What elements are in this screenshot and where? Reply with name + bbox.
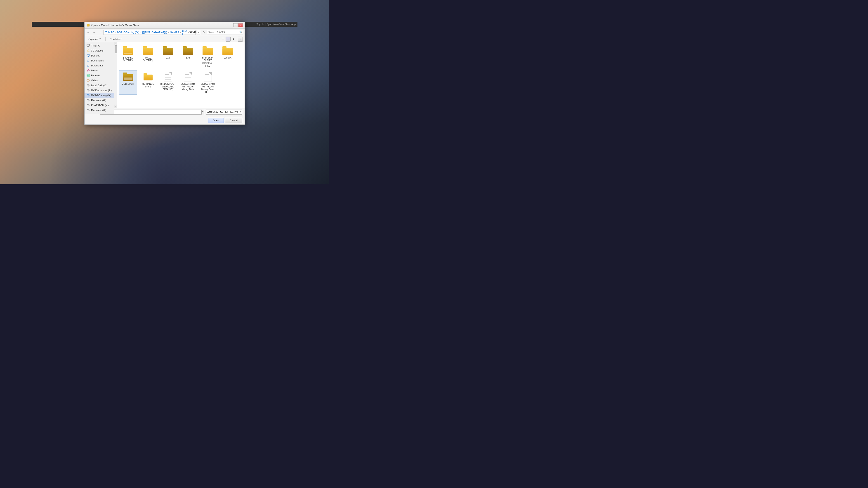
drive-h2-icon bbox=[86, 108, 90, 112]
sidebar-item-mvpxdgaming[interactable]: MVPxDGaming (G:) bbox=[85, 93, 114, 98]
view-list-button[interactable]: ☰ bbox=[220, 37, 225, 41]
svg-rect-6 bbox=[87, 55, 90, 56]
sidebar-label-videos: Videos bbox=[91, 79, 98, 82]
file-item-bird-skip[interactable]: BIRD SKIP - OUTFIT ORIGINAL FILE bbox=[199, 44, 217, 68]
pictures-icon bbox=[86, 74, 90, 77]
organize-button[interactable]: Organize ▼ bbox=[86, 37, 103, 41]
folder-icon-male-outfits bbox=[143, 45, 153, 56]
back-button[interactable]: ← bbox=[86, 30, 91, 35]
help-button[interactable]: ? bbox=[238, 37, 243, 41]
doc-icon-sgta5-frozen2 bbox=[202, 71, 213, 82]
sidebar-label-music: Music bbox=[91, 69, 98, 72]
sidebar-item-music[interactable]: Music bbox=[85, 68, 114, 73]
doc-icon-birdskips bbox=[162, 71, 174, 82]
file-item-male-outfits[interactable]: [MALE OUTFITS] bbox=[139, 44, 157, 68]
search-input[interactable] bbox=[208, 31, 239, 34]
breadcrumb-item-pc[interactable]: This PC bbox=[105, 31, 115, 34]
sidebar-item-desktop[interactable]: Desktop bbox=[85, 53, 114, 58]
sidebar-label-elements-h1: Elements (H:) bbox=[91, 99, 106, 102]
scroll-up-arrow[interactable]: ▲ bbox=[114, 42, 117, 45]
toolbar: Organize ▼ New folder ☰ ☷ ▼ ? bbox=[85, 36, 245, 42]
sidebar-label-pictures: Pictures bbox=[91, 74, 100, 77]
file-name-male-outfits: [MALE OUTFITS] bbox=[140, 57, 156, 62]
file-name-no-hands-save: NO HANDS SAVE bbox=[140, 83, 156, 88]
file-item-33d[interactable]: 33d bbox=[179, 44, 197, 68]
sidebar-label-elements-h2: Elements (H:) bbox=[91, 109, 106, 111]
drive-c-icon bbox=[86, 84, 90, 87]
svg-point-13 bbox=[89, 70, 90, 71]
file-name-22e: 22e bbox=[166, 57, 170, 59]
sidebar-label-mvpsound: MVPSoundMain (E:) bbox=[91, 89, 112, 92]
action-bar: Open Cancel bbox=[85, 116, 245, 125]
downloads-icon bbox=[86, 64, 90, 67]
file-item-no-hands-save[interactable]: NO HANDS SAVE bbox=[139, 70, 157, 95]
folder-icon-bird-skip bbox=[202, 45, 213, 56]
file-item-sgta5-frozen1[interactable]: SGTA5Peyote FM - Frozen Money Data bbox=[179, 70, 197, 95]
svg-rect-2 bbox=[87, 44, 90, 46]
scroll-down-arrow[interactable]: ▼ bbox=[114, 105, 117, 108]
file-item-birdskips[interactable]: BIRDSKIPSGTA5001(ALL DEFAULT) bbox=[159, 70, 177, 95]
svg-rect-4 bbox=[87, 47, 89, 47]
refresh-button[interactable]: ↻ bbox=[201, 30, 206, 35]
file-item-22e[interactable]: 22e bbox=[159, 44, 177, 68]
sidebar-item-elements-h2[interactable]: Elements (H:) bbox=[85, 108, 114, 113]
sidebar-item-thispc[interactable]: This PC bbox=[85, 43, 114, 48]
sidebar-item-videos[interactable]: Videos bbox=[85, 78, 114, 83]
sidebar-item-localc[interactable]: Local Disk (C:) bbox=[85, 83, 114, 88]
minimize-button[interactable]: ─ bbox=[233, 23, 238, 27]
filename-dropdown-btn[interactable]: ▼ bbox=[202, 109, 204, 115]
search-icon[interactable]: 🔍 bbox=[239, 31, 243, 34]
file-item-sgta5-frozen2[interactable]: SGTA5Peyote FM - Frozen Money Data-TEST bbox=[199, 70, 217, 95]
sidebar: This PC 3D Objects Desktop bbox=[85, 42, 114, 113]
desktop-icon bbox=[86, 54, 90, 57]
filetype-text: Xbox 360 / PC / PS4 (*SGTA*) bbox=[207, 111, 239, 113]
file-grid: [FEMALE OUTFITS] [MALE OUTFITS] bbox=[117, 42, 245, 108]
dialog-icon bbox=[86, 24, 90, 27]
sidebar-item-3dobjects[interactable]: 3D Objects bbox=[85, 48, 114, 53]
close-button[interactable]: ✕ bbox=[238, 23, 243, 27]
view-dropdown-button[interactable]: ▼ bbox=[231, 37, 236, 41]
sidebar-scrollbar: ▲ ▼ bbox=[114, 42, 117, 108]
file-name-birdskips: BIRDSKIPSGTA5001(ALL DEFAULT) bbox=[160, 83, 176, 91]
view-buttons: ☰ ☷ ▼ bbox=[220, 37, 236, 41]
new-folder-button[interactable]: New folder bbox=[108, 37, 124, 41]
sidebar-item-elements-h1[interactable]: Elements (H:) bbox=[85, 98, 114, 103]
sidebar-label-mvpxdgaming: MVPxDGaming (G:) bbox=[91, 94, 111, 97]
sidebar-item-mvpsound[interactable]: MVPSoundMain (E:) bbox=[85, 88, 114, 93]
view-large-icons-button[interactable]: ☷ bbox=[225, 37, 230, 41]
sidebar-item-kingston[interactable]: KINGSTON (K:) bbox=[85, 103, 114, 108]
scroll-thumb[interactable] bbox=[115, 45, 117, 53]
file-name-lethalk: LethalK bbox=[224, 57, 231, 59]
sidebar-item-pictures[interactable]: Pictures bbox=[85, 73, 114, 78]
svg-point-12 bbox=[87, 70, 88, 71]
svg-rect-1 bbox=[87, 24, 88, 25]
folder-icon-no-hands bbox=[143, 71, 153, 82]
file-item-mod-stuff[interactable]: MOD STUFF bbox=[119, 70, 137, 95]
folder-icon-female-outfits bbox=[123, 45, 133, 56]
computer-icon bbox=[86, 44, 90, 47]
folder-icon-22e bbox=[162, 45, 174, 56]
filename-input[interactable] bbox=[100, 111, 202, 113]
file-item-female-outfits[interactable]: [FEMALE OUTFITS] bbox=[119, 44, 137, 68]
file-name-33d: 33d bbox=[186, 57, 190, 59]
filetype-select[interactable]: Xbox 360 / PC / PS4 (*SGTA*) ▼ bbox=[206, 109, 242, 115]
breadcrumb-dropdown[interactable]: ▼ bbox=[197, 30, 200, 35]
open-button[interactable]: Open bbox=[208, 118, 224, 123]
svg-point-15 bbox=[87, 75, 88, 75]
drive-k-icon bbox=[86, 103, 90, 107]
sidebar-item-documents[interactable]: Documents bbox=[85, 58, 114, 63]
organize-chevron-icon: ▼ bbox=[99, 38, 101, 40]
file-item-lethalk[interactable]: LethalK bbox=[219, 44, 237, 68]
breadcrumb-item-mvpxd[interactable]: MVPxDGaming (G:) bbox=[116, 31, 140, 34]
doc-icon-sgta5-frozen1 bbox=[182, 71, 193, 82]
up-button[interactable]: ↑ bbox=[98, 30, 103, 35]
content-area: This PC 3D Objects Desktop bbox=[85, 42, 245, 108]
sidebar-item-downloads[interactable]: Downloads bbox=[85, 63, 114, 68]
cancel-button[interactable]: Cancel bbox=[225, 118, 242, 123]
forward-button[interactable]: → bbox=[92, 30, 97, 35]
dialog-titlebar: Open a Grand Theft Auto V Game Save ─ ✕ bbox=[85, 22, 245, 29]
sidebar-label-downloads: Downloads bbox=[91, 64, 103, 67]
breadcrumb-item-gaming[interactable]: [[[[MVPxD GAMING]]]] bbox=[142, 31, 168, 34]
folder-icon-33d bbox=[182, 45, 193, 56]
drive-e-icon bbox=[86, 89, 90, 92]
